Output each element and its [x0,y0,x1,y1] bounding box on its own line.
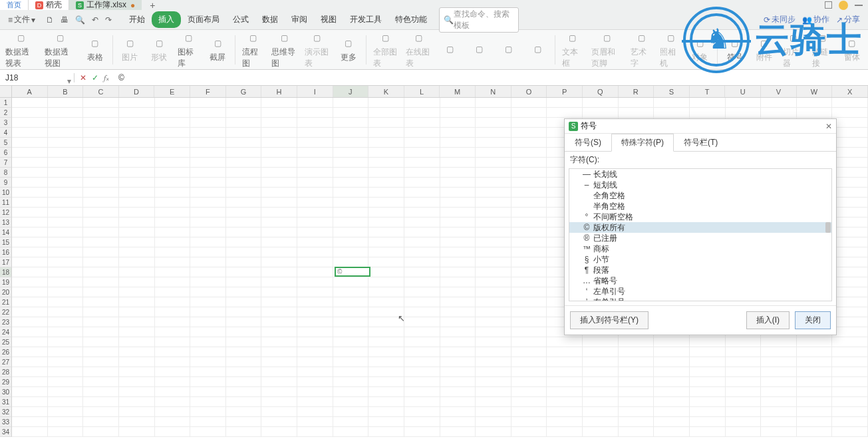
cell[interactable] [119,327,155,337]
ribbon-tab-2[interactable]: 页面布局 [181,11,226,28]
cell[interactable] [155,397,191,407]
cell[interactable] [583,108,619,118]
cell[interactable] [333,227,369,237]
cell[interactable] [404,427,440,437]
cell[interactable] [404,277,440,287]
cell[interactable] [261,317,297,327]
insert-button[interactable]: 插入(I) [746,311,790,329]
tab-workbook[interactable]: S工作簿.xlsx● [69,0,142,10]
cell[interactable] [476,247,511,257]
cell[interactable] [619,427,654,437]
cell[interactable] [119,347,155,357]
cell[interactable] [48,208,84,218]
cell[interactable] [83,407,119,417]
tab-home[interactable]: 首页 [0,0,29,10]
cell[interactable] [440,138,476,148]
cell[interactable] [476,287,511,297]
cell[interactable] [511,257,547,267]
cell[interactable] [12,407,48,417]
cell[interactable] [190,327,226,337]
cell[interactable] [226,227,262,237]
cell[interactable] [726,108,762,118]
cell[interactable] [404,128,440,138]
cell[interactable] [476,277,511,287]
cell[interactable] [83,247,119,257]
cell[interactable] [333,327,369,337]
cell[interactable] [404,208,440,218]
cell[interactable] [261,297,297,307]
cell[interactable] [48,337,84,347]
cell[interactable] [476,347,511,357]
cell[interactable] [333,357,369,367]
cell[interactable] [83,327,119,337]
sync-link[interactable]: ⟳ 未同步 [764,14,796,25]
cell[interactable] [368,277,404,287]
cell[interactable] [368,148,404,158]
cell[interactable] [583,387,619,397]
cell[interactable] [83,377,119,387]
cell[interactable] [119,267,155,277]
cell[interactable] [48,218,84,227]
cell[interactable] [511,118,547,128]
cell[interactable] [368,327,404,337]
cell[interactable] [511,347,547,357]
cell[interactable] [404,118,440,128]
cell[interactable] [190,397,226,407]
cell[interactable] [832,247,868,257]
cell[interactable] [83,208,119,218]
cell[interactable] [476,168,511,178]
cell[interactable] [440,367,476,377]
cell[interactable] [404,148,440,158]
cell[interactable] [119,357,155,367]
cell[interactable] [333,387,369,397]
cell[interactable] [690,367,726,377]
cell[interactable] [476,427,511,437]
cell[interactable] [190,407,226,417]
cell[interactable] [297,417,333,427]
cell[interactable] [583,377,619,387]
ribbon-item-2[interactable]: ▢表格 [82,36,108,63]
cell[interactable] [12,178,48,188]
char-item[interactable]: 半角空格 [569,201,831,212]
cell[interactable] [404,287,440,297]
col-header-E[interactable]: E [154,86,190,97]
row-header-10[interactable]: 10 [0,188,12,198]
cell[interactable] [119,337,155,347]
cell[interactable] [155,247,191,257]
scrollbar-thumb[interactable] [825,222,831,233]
row-header-28[interactable]: 28 [0,367,12,377]
cell[interactable] [440,98,476,108]
cell[interactable] [297,98,333,108]
cell[interactable] [440,327,476,337]
cell[interactable] [297,247,333,257]
cell[interactable] [797,427,833,437]
cell[interactable] [12,427,48,437]
cell[interactable] [333,158,369,168]
row-header-9[interactable]: 9 [0,178,12,188]
cell[interactable] [440,387,476,397]
cell[interactable] [261,218,297,227]
cell[interactable] [119,168,155,178]
cell[interactable] [476,108,511,118]
cell[interactable] [832,198,868,208]
cell[interactable] [333,168,369,178]
cell[interactable] [440,188,476,198]
cell[interactable] [48,357,84,367]
cell[interactable] [155,377,191,387]
col-header-T[interactable]: T [690,86,726,97]
cell[interactable] [476,218,511,227]
col-header-K[interactable]: K [368,86,404,97]
cell[interactable] [48,327,84,337]
cell[interactable] [619,108,654,118]
cell[interactable] [832,128,868,138]
cell[interactable] [48,347,84,357]
cell[interactable] [761,347,797,357]
cell[interactable] [511,377,547,387]
cell[interactable] [261,367,297,377]
cell[interactable] [476,387,511,397]
cell[interactable] [155,337,191,347]
cell[interactable] [48,118,84,128]
ribbon-tab-4[interactable]: 数据 [255,11,285,28]
cell[interactable] [12,287,48,297]
cell[interactable] [726,367,762,377]
